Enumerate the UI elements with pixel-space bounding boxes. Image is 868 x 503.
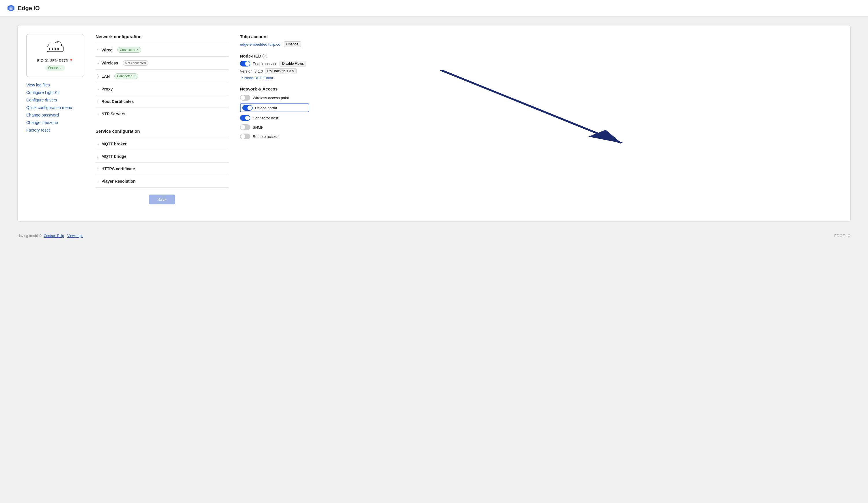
device-box: EIO-01-2F64D775 📍 Online ✓ bbox=[26, 34, 84, 77]
row-ntp-servers[interactable]: › NTP Servers bbox=[95, 108, 228, 120]
network-access-title: Network & Access bbox=[240, 87, 309, 91]
chevron-https-cert: › bbox=[97, 167, 99, 171]
connector-host-label: Connector host bbox=[253, 116, 278, 120]
row-root-certificates[interactable]: › Root Certificates bbox=[95, 95, 228, 108]
row-wired[interactable]: › Wired Connected ✓ bbox=[95, 43, 228, 57]
row-mqtt-broker[interactable]: › MQTT broker bbox=[95, 138, 228, 150]
row-mqtt-bridge[interactable]: › MQTT bridge bbox=[95, 150, 228, 162]
chevron-proxy: › bbox=[97, 87, 99, 91]
svg-rect-6 bbox=[54, 48, 56, 50]
chevron-root-certs: › bbox=[97, 99, 99, 104]
chevron-player-resolution: › bbox=[97, 179, 99, 183]
remote-access-toggle[interactable] bbox=[240, 133, 250, 139]
footer-contact-link[interactable]: Contact Tulip bbox=[44, 234, 64, 238]
footer-left: Having trouble? Contact Tulip View Logs bbox=[17, 234, 83, 238]
access-row-snmp: SNMP bbox=[240, 124, 309, 131]
node-red-editor-link[interactable]: ↗ Node-RED Editor bbox=[240, 76, 309, 80]
enable-service-row: Enable service Disable Flows bbox=[240, 61, 309, 67]
row-lan[interactable]: › LAN Connected ✓ bbox=[95, 69, 228, 83]
enable-service-label: Enable service bbox=[253, 62, 277, 66]
sidebar: EIO-01-2F64D775 📍 Online ✓ View log file… bbox=[26, 34, 84, 213]
router-icon bbox=[45, 40, 65, 56]
device-portal-toggle[interactable] bbox=[242, 105, 253, 111]
sidebar-link-change-timezone[interactable]: Change timezone bbox=[26, 120, 84, 125]
status-badge: Online ✓ bbox=[45, 65, 65, 71]
access-row-wireless-ap: Wireless access point bbox=[240, 94, 309, 101]
tulip-account-section: Tulip account edge-embedded.tulip.co Cha… bbox=[240, 34, 309, 47]
chevron-lan: › bbox=[97, 74, 99, 78]
row-wireless[interactable]: › Wireless Not connected bbox=[95, 57, 228, 69]
service-config-section: Service configuration › MQTT broker › MQ… bbox=[95, 129, 228, 188]
tulip-account-url[interactable]: edge-embedded.tulip.co bbox=[240, 42, 280, 47]
tulip-account-title: Tulip account bbox=[240, 34, 309, 39]
chevron-mqtt-bridge: › bbox=[97, 154, 99, 159]
sidebar-link-change-password[interactable]: Change password bbox=[26, 113, 84, 117]
wireless-ap-label: Wireless access point bbox=[253, 96, 289, 100]
access-row-connector-host: Connector host bbox=[240, 114, 309, 121]
app-logo-icon bbox=[7, 4, 15, 12]
enable-service-toggle[interactable] bbox=[240, 61, 250, 67]
remote-access-label: Remote access bbox=[253, 134, 279, 139]
save-row: Save bbox=[95, 194, 228, 204]
connector-host-toggle[interactable] bbox=[240, 115, 250, 121]
wireless-ap-toggle[interactable] bbox=[240, 95, 250, 101]
sidebar-link-factory-reset[interactable]: Factory reset bbox=[26, 128, 84, 132]
pin-icon: 📍 bbox=[69, 59, 73, 63]
badge-wireless: Not connected bbox=[123, 60, 148, 66]
network-access-section: Network & Access Wireless access point D… bbox=[240, 87, 309, 140]
rollback-button[interactable]: Roll back to 1.3.5 bbox=[265, 68, 297, 74]
badge-lan: Connected ✓ bbox=[114, 73, 138, 79]
access-row-device-portal: Device portal bbox=[240, 103, 309, 112]
svg-rect-5 bbox=[52, 48, 53, 50]
save-button[interactable]: Save bbox=[149, 194, 175, 204]
device-portal-label: Device portal bbox=[255, 106, 277, 110]
version-row: Version: 3.1.0 Roll back to 1.3.5 bbox=[240, 68, 309, 74]
external-link-icon: ↗ bbox=[240, 76, 243, 80]
sidebar-links: View log files Configure Light Kit Confi… bbox=[26, 83, 84, 132]
middle-column: Network configuration › Wired Connected … bbox=[95, 34, 228, 213]
change-account-button[interactable]: Change bbox=[284, 41, 301, 47]
main-content: EIO-01-2F64D775 📍 Online ✓ View log file… bbox=[0, 17, 868, 230]
chevron-wired: › bbox=[97, 48, 99, 52]
snmp-label: SNMP bbox=[253, 125, 264, 130]
node-red-section: Node-RED ? Enable service Disable Flows … bbox=[240, 53, 309, 80]
sidebar-link-configure-light-kit[interactable]: Configure Light Kit bbox=[26, 90, 84, 95]
node-red-help-icon[interactable]: ? bbox=[262, 54, 267, 58]
badge-wired: Connected ✓ bbox=[117, 47, 141, 53]
footer-logs-link[interactable]: View Logs bbox=[67, 234, 83, 238]
network-config-title: Network configuration bbox=[95, 34, 228, 39]
chevron-mqtt-broker: › bbox=[97, 142, 99, 146]
footer-brand: EDGE IO bbox=[834, 234, 851, 238]
app-title: Edge IO bbox=[18, 5, 40, 12]
main-card: EIO-01-2F64D775 📍 Online ✓ View log file… bbox=[17, 25, 851, 222]
footer-trouble-text: Having trouble? bbox=[17, 234, 42, 238]
chevron-wireless: › bbox=[97, 61, 99, 66]
row-proxy[interactable]: › Proxy bbox=[95, 83, 228, 95]
sidebar-link-configure-drivers[interactable]: Configure drivers bbox=[26, 98, 84, 102]
snmp-toggle[interactable] bbox=[240, 124, 250, 130]
sidebar-link-view-log-files[interactable]: View log files bbox=[26, 83, 84, 87]
header: Edge IO bbox=[0, 0, 868, 17]
device-id: EIO-01-2F64D775 📍 bbox=[37, 58, 73, 63]
chevron-ntp: › bbox=[97, 112, 99, 116]
node-red-title: Node-RED ? bbox=[240, 53, 309, 58]
access-row-remote-access: Remote access bbox=[240, 133, 309, 140]
service-config-title: Service configuration bbox=[95, 129, 228, 133]
sidebar-link-quick-configuration[interactable]: Quick configuration menu bbox=[26, 105, 84, 110]
disable-flows-button[interactable]: Disable Flows bbox=[279, 61, 306, 67]
footer: Having trouble? Contact Tulip View Logs … bbox=[0, 230, 868, 241]
row-https-cert[interactable]: › HTTPS certificate bbox=[95, 162, 228, 175]
svg-rect-7 bbox=[58, 48, 59, 50]
svg-rect-4 bbox=[49, 48, 50, 50]
right-column: Tulip account edge-embedded.tulip.co Cha… bbox=[240, 34, 309, 213]
row-player-resolution[interactable]: › Player Resolution bbox=[95, 175, 228, 188]
